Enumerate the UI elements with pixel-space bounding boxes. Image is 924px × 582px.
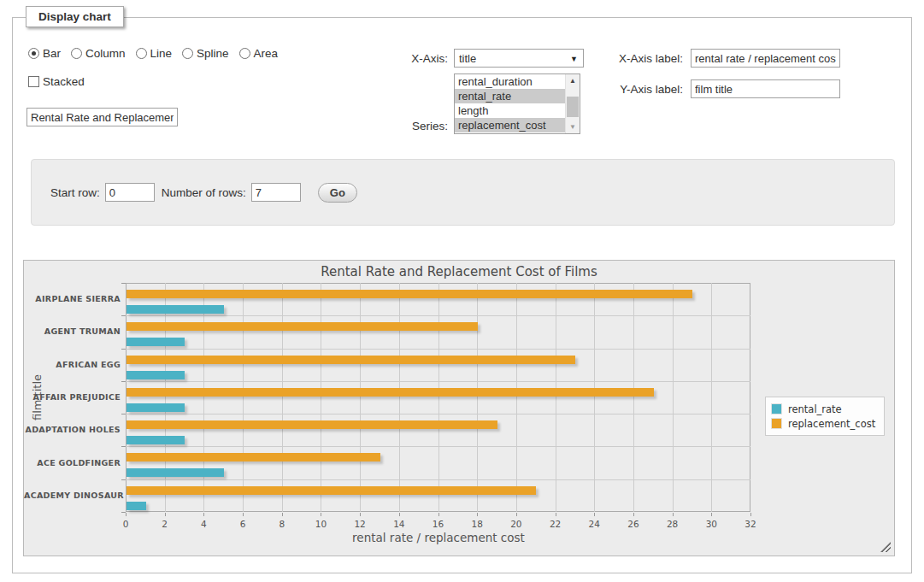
x-tick-label: 26 [627,519,639,529]
panel-title: Display chart [26,6,124,27]
bar-rental_rate [127,502,146,510]
y-axis-label-input[interactable] [691,79,840,98]
scroll-down-icon[interactable]: ▼ [566,121,580,133]
go-button[interactable]: Go [318,183,357,203]
radio-label: Spline [197,47,229,60]
y-category-label: AFRICAN EGG [24,360,121,369]
y-tickmark [121,381,126,382]
x-tick-label: 20 [510,519,521,529]
series-option-length[interactable]: length [455,103,565,118]
y-tickmark [121,349,126,350]
start-row-input[interactable] [105,183,155,202]
radio-label: Bar [43,47,61,60]
listbox-scrollbar[interactable]: ▲ ▼ [565,74,580,133]
x-axis-select-label: X-Axis: [411,52,448,65]
x-tick-label: 16 [433,519,444,529]
bar-rental_rate [127,468,224,477]
series-option-replacement_cost[interactable]: replacement_cost [455,118,565,132]
x-tickmark [165,513,166,516]
x-gridline [711,283,712,512]
x-gridline [399,283,400,512]
bar-rental_rate [127,403,185,412]
x-tickmark [673,513,674,516]
y-tickmark [121,315,126,316]
x-tickmark [243,513,244,516]
series-listbox-label: Series: [412,120,448,132]
radio-option-bar[interactable]: Bar [28,47,61,60]
x-gridline [633,283,634,512]
y-category-label: AIRPLANE SIERRA [24,294,121,303]
x-gridline [243,283,244,512]
legend-item-replacement_cost: replacement_cost [771,416,875,431]
x-axis-label-field-label: X-Axis label: [619,52,683,65]
stacked-checkbox-row[interactable]: Stacked [28,75,85,88]
x-gridline [556,283,556,512]
radio-icon-area[interactable] [239,48,250,59]
scroll-up-icon[interactable]: ▲ [566,74,580,87]
chart-title-input[interactable] [26,108,178,126]
series-option-rental_rate[interactable]: rental_rate [455,89,565,103]
y-gridline [126,349,750,350]
stacked-label: Stacked [43,75,85,88]
x-axis-label-input[interactable] [691,49,840,68]
x-tickmark [516,513,517,516]
y-category-label: AGENT TRUMAN [24,326,121,336]
display-chart-panel: Display chart BarColumnLineSplineArea St… [12,17,912,573]
x-tick-label: 14 [393,519,404,529]
bar-rental_rate [127,338,185,346]
x-tickmark [556,513,556,516]
stacked-checkbox[interactable] [28,76,39,87]
x-tickmark [321,513,321,516]
x-gridline [165,283,166,512]
chart-container: Rental Rate and Replacement Cost of Film… [23,260,895,556]
x-gridline [673,283,674,512]
radio-option-area[interactable]: Area [239,47,279,60]
series-listbox[interactable]: rental_durationrental_ratelengthreplacem… [454,73,580,134]
series-option-rental_duration[interactable]: rental_duration [455,74,565,89]
legend-label: rental_rate [788,403,842,415]
y-gridline [126,479,750,480]
x-tickmark [711,513,712,516]
x-tickmark [203,513,204,516]
x-tick-label: 32 [744,519,756,529]
x-tick-label: 0 [123,519,129,529]
chevron-down-icon: ▼ [570,55,578,63]
x-tickmark [399,513,400,516]
x-tickmark [633,513,634,516]
bar-replacement_cost [127,388,654,397]
radio-icon-column[interactable] [71,48,82,59]
y-gridline [126,315,750,316]
radio-option-column[interactable]: Column [71,47,126,60]
x-tick-label: 6 [240,519,246,529]
x-tick-label: 4 [201,519,207,529]
num-rows-label: Number of rows: [162,186,246,199]
x-gridline [203,283,204,512]
x-axis-select[interactable]: title ▼ [454,49,584,68]
x-tick-label: 28 [667,519,678,529]
radio-icon-bar[interactable] [28,48,39,59]
bar-replacement_cost [127,356,575,364]
scrollbar-thumb[interactable] [567,97,579,117]
start-row-label: Start row: [50,186,100,199]
radio-label: Line [150,47,173,60]
x-axis-title: rental rate / replacement cost [352,531,525,544]
chart-type-radio-group: BarColumnLineSplineArea [28,47,278,60]
radio-icon-spline[interactable] [182,48,193,59]
y-gridline [126,446,750,447]
bar-rental_rate [127,371,185,379]
y-category-label: ADAPTATION HOLES [24,425,121,434]
radio-icon-line[interactable] [136,48,147,59]
num-rows-input[interactable] [251,183,301,202]
bar-rental_rate [127,305,224,314]
y-category-label: AFFAIR PREJUDICE [24,392,121,402]
x-gridline [360,283,361,512]
x-tickmark [282,513,283,516]
radio-option-line[interactable]: Line [136,47,173,60]
x-gridline [321,283,321,512]
x-tick-label: 2 [162,519,168,529]
radio-option-spline[interactable]: Spline [182,47,229,60]
x-gridline [516,283,517,512]
legend-label: replacement_cost [788,418,875,430]
legend-item-rental_rate: rental_rate [771,402,875,416]
resize-handle-icon[interactable] [880,542,891,552]
